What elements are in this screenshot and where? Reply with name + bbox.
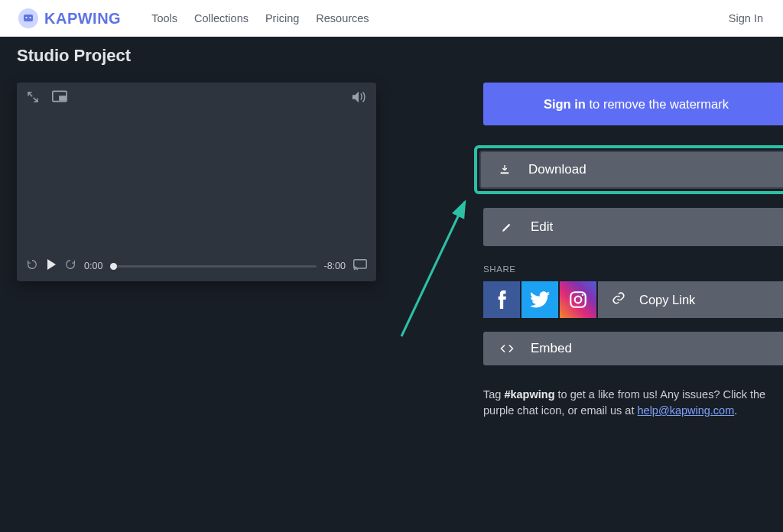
twitter-icon[interactable]: [521, 281, 558, 318]
instagram-icon[interactable]: [560, 281, 596, 318]
svg-rect-4: [60, 96, 66, 100]
copy-link-label: Copy Link: [639, 293, 695, 307]
forward-15-icon[interactable]: [64, 258, 76, 274]
remaining-time: -8:00: [324, 261, 346, 271]
help-email-link[interactable]: help@kapwing.com: [638, 404, 735, 417]
download-label: Download: [528, 162, 586, 177]
pip-icon[interactable]: [52, 90, 67, 107]
signin-watermark-banner[interactable]: Sign in to remove the watermark: [483, 83, 783, 125]
logo[interactable]: KAPWING: [18, 8, 121, 28]
play-icon[interactable]: [46, 258, 57, 274]
svg-point-9: [582, 294, 584, 297]
svg-rect-0: [24, 15, 33, 21]
svg-point-8: [575, 297, 582, 303]
left-column: 0:00 -8:00: [17, 83, 384, 281]
top-nav: KAPWING Tools Collections Pricing Resour…: [0, 0, 783, 37]
player-top-controls: [26, 90, 367, 107]
volume-icon[interactable]: [350, 90, 367, 107]
expand-icon[interactable]: [26, 90, 40, 107]
embed-label: Embed: [531, 341, 572, 356]
sign-in-link[interactable]: Sign In: [729, 12, 763, 24]
nav-links: Tools Collections Pricing Resources: [151, 12, 369, 24]
svg-point-2: [29, 17, 31, 18]
cast-icon[interactable]: [353, 259, 367, 274]
nav-item-pricing[interactable]: Pricing: [265, 12, 299, 24]
download-button[interactable]: Download: [479, 151, 783, 189]
pencil-icon: [500, 221, 514, 233]
nav-item-resources[interactable]: Resources: [316, 12, 369, 24]
download-highlight: Download: [474, 145, 783, 194]
link-icon: [612, 291, 625, 308]
nav-item-tools[interactable]: Tools: [151, 12, 177, 24]
banner-rest: to remove the watermark: [586, 97, 729, 111]
code-icon: [500, 343, 514, 354]
embed-button[interactable]: Embed: [483, 332, 783, 365]
player-bottom-controls: 0:00 -8:00: [26, 258, 367, 274]
current-time: 0:00: [84, 261, 102, 271]
rewind-15-icon[interactable]: [26, 258, 38, 274]
share-row: Copy Link: [483, 281, 783, 318]
svg-point-1: [25, 17, 27, 18]
progress-bar[interactable]: [110, 265, 316, 268]
video-player[interactable]: 0:00 -8:00: [17, 83, 376, 281]
tag-note: Tag #kapwing to get a like from us! Any …: [483, 387, 783, 419]
facebook-icon[interactable]: [483, 281, 520, 318]
copy-link-button[interactable]: Copy Link: [598, 281, 783, 318]
page-title: Studio Project: [17, 46, 783, 66]
share-label: SHARE: [483, 264, 783, 274]
logo-mark-icon: [18, 8, 38, 28]
logo-text: KAPWING: [44, 10, 121, 28]
edit-label: Edit: [531, 219, 553, 235]
right-column: Sign in to remove the watermark Download…: [483, 83, 783, 419]
nav-item-collections[interactable]: Collections: [194, 12, 249, 24]
banner-bold: Sign in: [544, 97, 586, 111]
nav-right: Sign In: [729, 0, 763, 37]
download-icon: [498, 164, 512, 176]
svg-rect-6: [501, 172, 509, 174]
edit-button[interactable]: Edit: [483, 208, 783, 246]
